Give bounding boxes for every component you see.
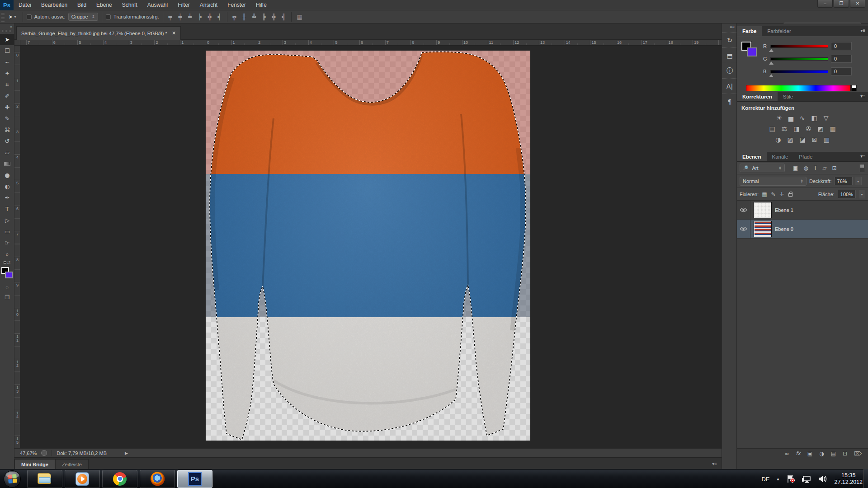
- document-size[interactable]: Dok: 7,79 MB/18,2 MB: [57, 450, 107, 456]
- magic-wand-tool[interactable]: ✦: [0, 68, 14, 79]
- layer-thumbnail[interactable]: [754, 202, 771, 218]
- tab-mini-bridge[interactable]: Mini Bridge: [14, 459, 55, 469]
- screen-mode-icon[interactable]: ❐: [0, 292, 14, 302]
- align-vcenter-icon[interactable]: ╪: [176, 14, 184, 20]
- panel-background-swatch[interactable]: [747, 47, 757, 56]
- clone-stamp-tool[interactable]: ⌘: [0, 124, 14, 136]
- healing-brush-tool[interactable]: ✚: [0, 102, 14, 113]
- tab-close-icon[interactable]: ✕: [172, 30, 176, 36]
- align-right-icon[interactable]: ╡: [216, 14, 223, 20]
- paragraph-panel-icon[interactable]: ¶: [722, 94, 737, 109]
- vibrance-icon[interactable]: ▽: [824, 114, 829, 122]
- color-balance-icon[interactable]: ⚖: [782, 125, 788, 132]
- fill-value[interactable]: 100%: [838, 190, 856, 198]
- link-layers-icon[interactable]: ∞: [784, 450, 789, 457]
- tab-zeitleiste[interactable]: Zeitleiste: [55, 459, 89, 469]
- lock-all-icon[interactable]: [788, 193, 793, 197]
- lock-pixels-icon[interactable]: ✎: [771, 191, 776, 197]
- auto-select-checkbox[interactable]: [27, 14, 32, 19]
- dock-collapse-icon[interactable]: ««: [722, 23, 736, 32]
- color-lookup-icon[interactable]: ▦: [830, 125, 835, 132]
- pen-tool[interactable]: ✒: [0, 192, 14, 203]
- taskbar-app-photoshop[interactable]: Ps: [177, 470, 212, 488]
- minimize-button[interactable]: –: [817, 0, 833, 8]
- filter-adjustment-layers-icon[interactable]: ◍: [803, 165, 808, 171]
- slider-thumb-icon[interactable]: [769, 74, 774, 77]
- document-tab[interactable]: Serbia_Grunge_Flag_by_think0.jpg bei 47,…: [16, 26, 181, 40]
- taskbar-app-firefox[interactable]: [140, 470, 175, 488]
- zoom-level[interactable]: 47,67%: [20, 450, 37, 456]
- filter-smart-objects-icon[interactable]: ⊡: [832, 165, 836, 171]
- taskbar-app-media-player[interactable]: [65, 470, 100, 488]
- layer-filter-toggle[interactable]: [860, 164, 864, 172]
- distribute-hcenter-icon[interactable]: ╬: [270, 14, 278, 20]
- layer-row[interactable]: Ebene 1: [737, 201, 868, 220]
- properties-panel-icon[interactable]: ⬒: [722, 47, 737, 63]
- panel-menu-icon[interactable]: ▾≡: [860, 28, 865, 33]
- align-bottom-icon[interactable]: ╧: [186, 14, 193, 20]
- channel-slider-b[interactable]: [770, 70, 828, 73]
- tab-stile[interactable]: Stile: [778, 92, 798, 101]
- tab-ebenen[interactable]: Ebenen: [737, 152, 767, 161]
- color-spectrum-ramp[interactable]: [746, 85, 851, 91]
- channel-slider-g[interactable]: [770, 57, 828, 61]
- toolbar-collapse-icon[interactable]: »: [0, 23, 14, 30]
- invert-icon[interactable]: ◑: [775, 136, 781, 143]
- menu-fenster[interactable]: Fenster: [222, 0, 251, 10]
- bottom-collapse-icon[interactable]: ▾≡: [712, 461, 717, 466]
- eyedropper-tool[interactable]: ✐: [0, 90, 14, 102]
- channel-value[interactable]: 0: [831, 55, 852, 63]
- blur-tool[interactable]: ●: [0, 169, 14, 181]
- photo-filter-icon[interactable]: ✇: [806, 125, 811, 132]
- tab-kanäle[interactable]: Kanäle: [767, 152, 794, 161]
- menu-schrift[interactable]: Schrift: [117, 0, 142, 10]
- document-canvas[interactable]: [206, 51, 530, 441]
- brush-tool[interactable]: ✎: [0, 113, 14, 124]
- marquee-tool[interactable]: ☐: [0, 45, 14, 56]
- distribute-vcenter-icon[interactable]: ╫: [241, 14, 248, 20]
- current-tool-badge[interactable]: ➤ ▾: [6, 14, 19, 20]
- language-indicator[interactable]: DE: [761, 476, 769, 483]
- dodge-tool[interactable]: ◐: [0, 181, 14, 192]
- crop-tool[interactable]: ⌗: [0, 79, 14, 90]
- posterize-icon[interactable]: ▨: [787, 136, 793, 143]
- opacity-dropdown-icon[interactable]: ▾: [855, 177, 862, 185]
- layer-thumbnail[interactable]: [754, 221, 771, 237]
- quick-mask-icon[interactable]: ◌: [0, 282, 14, 292]
- layer-effects-icon[interactable]: fx: [796, 450, 800, 456]
- lock-transparency-icon[interactable]: ▦: [762, 191, 767, 197]
- layer-row[interactable]: Ebene 0: [737, 220, 868, 239]
- distribute-left-icon[interactable]: ╠: [260, 14, 268, 20]
- status-arrow-icon[interactable]: ▶: [125, 451, 128, 455]
- levels-icon[interactable]: ▅: [788, 114, 793, 122]
- type-tool[interactable]: T: [0, 203, 14, 215]
- auto-align-layers-icon[interactable]: ▦: [295, 14, 304, 20]
- taskbar-clock[interactable]: 15:35 27.12.2012: [834, 472, 863, 486]
- new-adjustment-layer-icon[interactable]: ◑: [819, 450, 824, 457]
- add-layer-mask-icon[interactable]: ▣: [807, 450, 812, 457]
- panel-menu-icon[interactable]: ▾≡: [860, 94, 865, 99]
- gradient-map-icon[interactable]: ▥: [824, 136, 830, 143]
- menu-bearbeiten[interactable]: Bearbeiten: [36, 0, 72, 10]
- distribute-bottom-icon[interactable]: ╩: [250, 14, 258, 20]
- lasso-tool[interactable]: ∽: [0, 56, 14, 68]
- menu-auswahl[interactable]: Auswahl: [142, 0, 173, 10]
- menu-datei[interactable]: Datei: [14, 0, 36, 10]
- align-hcenter-icon[interactable]: ╬: [206, 14, 213, 20]
- path-selection-tool[interactable]: ▷: [0, 215, 14, 226]
- menu-ansicht[interactable]: Ansicht: [195, 0, 222, 10]
- panel-menu-icon[interactable]: ▾≡: [860, 154, 865, 159]
- gradient-tool[interactable]: [0, 158, 14, 169]
- info-panel-icon[interactable]: ⓘ: [722, 63, 737, 78]
- filter-shape-layers-icon[interactable]: ▱: [822, 165, 826, 171]
- blend-mode-select[interactable]: Normal ⇕: [740, 177, 807, 186]
- layer-filter-select[interactable]: 🔎 Art ⇕: [740, 164, 785, 172]
- menu-filter[interactable]: Filter: [173, 0, 195, 10]
- opacity-value[interactable]: 76%: [835, 177, 853, 185]
- character-panel-icon[interactable]: A|: [722, 78, 737, 94]
- foreground-background-swatches[interactable]: [0, 267, 14, 282]
- channel-value[interactable]: 0: [831, 42, 852, 50]
- channel-mixer-icon[interactable]: ◩: [817, 125, 823, 132]
- horizontal-ruler[interactable]: 7654321012345678910111213141516171819: [20, 40, 722, 46]
- visibility-eye-icon[interactable]: [737, 220, 750, 239]
